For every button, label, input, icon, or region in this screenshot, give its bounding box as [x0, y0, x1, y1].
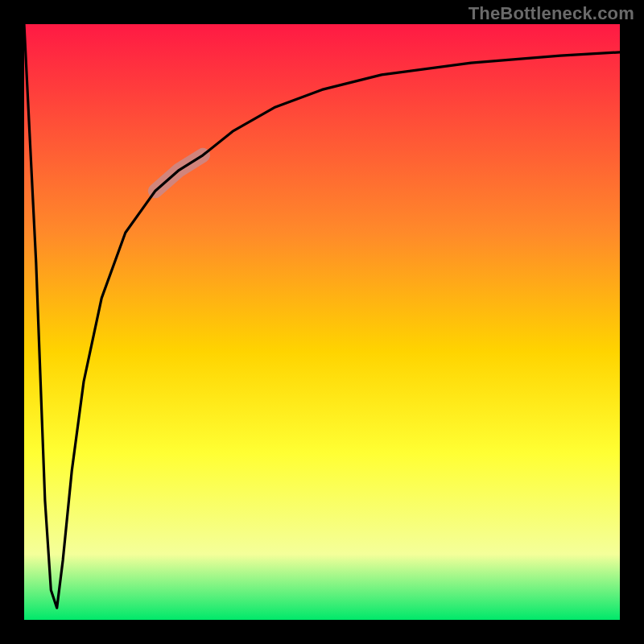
- watermark-text: TheBottleneck.com: [469, 3, 634, 24]
- chart-svg: [0, 0, 644, 644]
- chart-frame: TheBottleneck.com: [0, 0, 644, 644]
- plot-area: [24, 24, 620, 620]
